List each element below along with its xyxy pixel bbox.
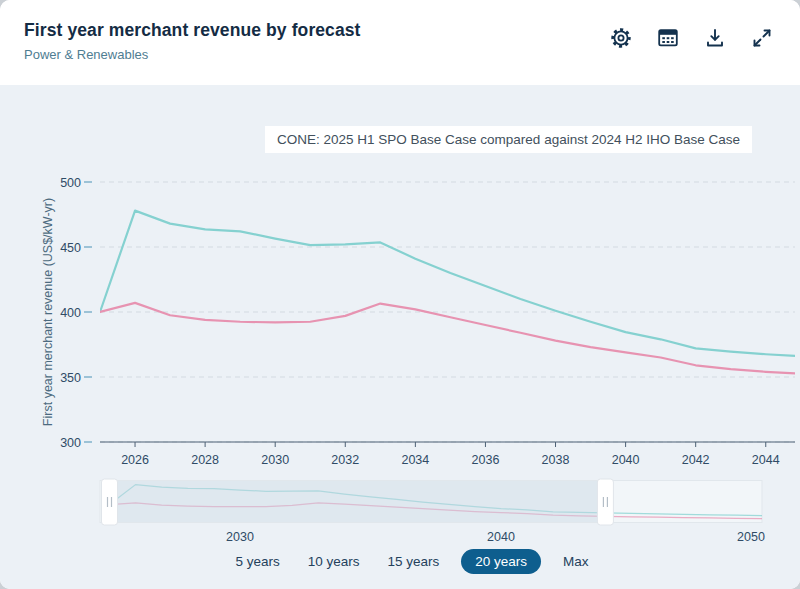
range-button-max[interactable]: Max — [557, 550, 595, 573]
x-axis-tick-label: 2026 — [121, 453, 149, 467]
navigator-selected-range[interactable] — [110, 481, 606, 522]
header-toolbar — [609, 26, 774, 50]
navigator-tick-label: 2040 — [487, 530, 515, 544]
navigator-left-handle[interactable] — [102, 479, 118, 525]
navigator-tick-label: 2050 — [737, 530, 765, 544]
series-line-iho-base-case — [100, 303, 800, 374]
card-header: First year merchant revenue by forecast … — [0, 0, 800, 85]
x-axis-tick-label: 2040 — [612, 453, 640, 467]
series-line-spo-base-case — [100, 211, 800, 357]
y-axis-tick-label: 450 — [60, 241, 81, 255]
range-button-15-years[interactable]: 15 years — [381, 550, 445, 573]
page-title: First year merchant revenue by forecast — [24, 20, 361, 41]
chart-card: First year merchant revenue by forecast … — [0, 0, 800, 589]
navigator-tick-label: 2030 — [226, 530, 254, 544]
chart-panel: CONE: 2025 H1 SPO Base Case compared aga… — [0, 85, 800, 589]
page-subtitle: Power & Renewables — [24, 47, 148, 62]
download-icon[interactable] — [703, 26, 727, 50]
range-selector: 5 years10 years15 years20 yearsMax — [0, 549, 800, 574]
expand-icon[interactable] — [750, 26, 774, 50]
range-button-20-years[interactable]: 20 years — [461, 549, 541, 574]
x-axis-tick-label: 2044 — [752, 453, 780, 467]
x-axis-tick-label: 2038 — [542, 453, 570, 467]
y-axis-tick-label: 400 — [60, 306, 81, 320]
x-axis-tick-label: 2028 — [191, 453, 219, 467]
main-chart[interactable]: 300350400450500First year merchant reven… — [0, 85, 800, 549]
x-axis-tick-label: 2032 — [331, 453, 359, 467]
settings-gear-icon[interactable] — [609, 26, 633, 50]
y-axis-tick-label: 500 — [60, 176, 81, 190]
y-axis-tick-label: 300 — [60, 436, 81, 450]
x-axis-tick-label: 2042 — [682, 453, 710, 467]
data-table-icon[interactable] — [656, 26, 680, 50]
range-button-10-years[interactable]: 10 years — [302, 550, 366, 573]
y-axis-title: First year merchant revenue (US$/kW-yr) — [41, 198, 55, 426]
x-axis-tick-label: 2036 — [472, 453, 500, 467]
navigator-right-handle[interactable] — [597, 479, 613, 525]
x-axis-tick-label: 2030 — [261, 453, 289, 467]
x-axis-tick-label: 2034 — [401, 453, 429, 467]
range-button-5-years[interactable]: 5 years — [229, 550, 285, 573]
y-axis-tick-label: 350 — [60, 371, 81, 385]
